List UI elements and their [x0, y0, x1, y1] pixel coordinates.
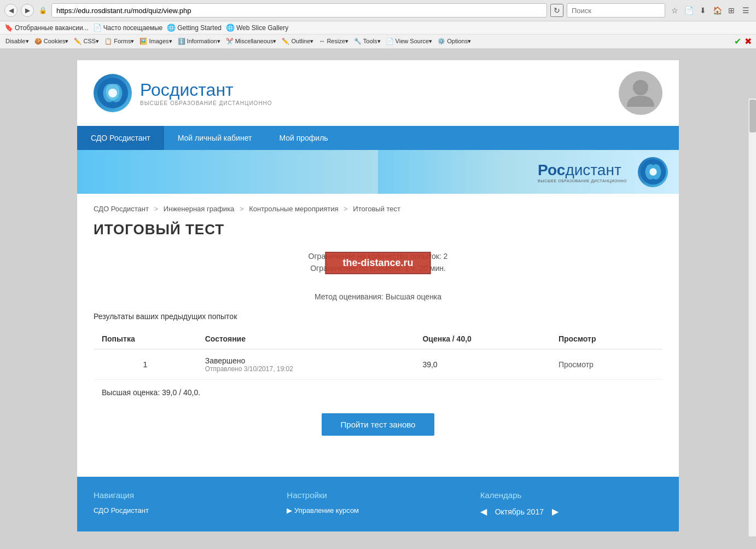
col-grade: Оценка / 40,0 [414, 329, 550, 349]
logo-icon [94, 74, 132, 112]
page-wrapper: Росдистант ВЫСШЕЕ ОБРАЗОВАНИЕ ДИСТАНЦИОН… [0, 49, 756, 542]
bookmark-icon-3: 🌐 [167, 24, 176, 32]
devtool-forms[interactable]: 📋 Forms▾ [103, 37, 135, 45]
logo-text: Росдистант ВЫСШЕЕ ОБРАЗОВАНИЕ ДИСТАНЦИОН… [140, 80, 272, 106]
col-attempt: Попытка [94, 329, 197, 349]
site-content: СДО Росдистант > Инженерная графика > Ко… [77, 194, 679, 460]
calendar-next-button[interactable]: ▶ [552, 506, 559, 517]
page-container: Росдистант ВЫСШЕЕ ОБРАЗОВАНИЕ ДИСТАНЦИОН… [77, 60, 679, 531]
forward-button[interactable]: ▶ [21, 4, 34, 17]
star-icon[interactable]: ☆ [668, 4, 681, 16]
footer-nav-heading: Навигация [94, 490, 276, 500]
nav-item-profile[interactable]: Мой профиль [265, 126, 341, 150]
banner-logo-text: Росдистант [538, 161, 621, 179]
logo-area: Росдистант ВЫСШЕЕ ОБРАЗОВАНИЕ ДИСТАНЦИОН… [94, 74, 272, 112]
footer-nav-col: Навигация СДО Росдистант [94, 490, 276, 518]
calendar-nav: ◀ Октябрь 2017 ▶ [480, 506, 662, 517]
logo-bold: Рос [140, 80, 170, 100]
calendar-prev-button[interactable]: ◀ [480, 506, 487, 517]
devtool-outline[interactable]: ✏️ Outline▾ [281, 37, 315, 45]
breadcrumb-sdo[interactable]: СДО Росдистант [94, 205, 149, 213]
devtool-resize[interactable]: ↔️ Resize▾ [318, 37, 350, 45]
devtool-x-icon: ✖ [745, 36, 752, 47]
attempt-number: 1 [94, 349, 197, 380]
footer-settings-col: Настройки ▶ Управление курсом [287, 490, 469, 518]
retake-button[interactable]: Пройти тест заново [322, 413, 435, 436]
bookmark-web-slice[interactable]: 🌐 Web Slice Gallery [226, 24, 288, 32]
grading-method: Метод оценивания: Высшая оценка [94, 292, 662, 301]
site-banner: Росдистант ВЫСШЕЕ ОБРАЗОВАНИЕ ДИСТАНЦИОН… [77, 150, 679, 194]
home-icon[interactable]: 🏠 [711, 4, 723, 16]
table-row: 1 Завершено Отправлено 3/10/2017, 19:02 … [94, 349, 662, 380]
logo-subtitle: ВЫСШЕЕ ОБРАЗОВАНИЕ ДИСТАНЦИОННО [140, 100, 272, 106]
col-state: Состояние [197, 329, 415, 349]
retake-button-wrapper: Пройти тест заново [94, 413, 662, 436]
svg-point-4 [649, 168, 656, 175]
apps-icon[interactable]: ⊞ [725, 4, 737, 16]
attempt-state: Завершено Отправлено 3/10/2017, 19:02 [197, 349, 415, 380]
breadcrumb-current: Итоговый тест [353, 205, 400, 213]
devtool-disable[interactable]: Disable▾ [4, 37, 30, 45]
breadcrumb-course[interactable]: Инженерная графика [164, 205, 235, 213]
url-bar[interactable] [51, 3, 547, 18]
devtool-css[interactable]: ✏️ CSS▾ [73, 37, 100, 45]
footer-calendar-heading: Календарь [480, 490, 662, 500]
refresh-button[interactable]: ↻ [550, 4, 563, 17]
devtool-images[interactable]: 🖼️ Images▾ [138, 37, 173, 45]
breadcrumb: СДО Росдистант > Инженерная графика > Ко… [94, 205, 662, 213]
calendar-month-label: Октябрь 2017 [495, 507, 544, 516]
breadcrumb-sep-2: > [240, 205, 246, 213]
lock-icon: 🔒 [37, 5, 48, 16]
breadcrumb-sep-1: > [154, 205, 160, 213]
banner-logo-sub: ВЫСШЕЕ ОБРАЗОВАНИЕ ДИСТАНЦИОННО [538, 179, 627, 183]
bookmark-frequent[interactable]: 📄 Часто посещаемые [93, 24, 163, 32]
bookmark-icon-1: 🔖 [4, 24, 13, 32]
reader-icon[interactable]: 📄 [683, 4, 695, 16]
bookmarks-bar: 🔖 Отобранные вакансии... 📄 Часто посещае… [0, 21, 756, 34]
logo-normal: дистант [170, 80, 234, 100]
footer-nav-sdo[interactable]: СДО Росдистант [94, 506, 276, 515]
state-sub: Отправлено 3/10/2017, 19:02 [205, 365, 406, 373]
devtools-bar: Disable▾ 🍪 Cookies▾ ✏️ CSS▾ 📋 Forms▾ 🖼️ … [0, 34, 756, 49]
devtool-miscellaneous[interactable]: ✂️ Miscellaneous▾ [225, 37, 278, 45]
bookmark-getting-started[interactable]: 🌐 Getting Started [167, 24, 222, 32]
bookmark-icon-4: 🌐 [226, 24, 235, 32]
site-nav: СДО Росдистант Мой личный кабинет Мой пр… [77, 126, 679, 150]
page-title: ИТОГОВЫЙ ТЕСТ [94, 221, 662, 238]
quiz-info-box: Ограничение на количество попыток: 2 the… [94, 252, 662, 301]
scrollbar-thumb[interactable] [749, 100, 756, 132]
nav-item-sdo[interactable]: СДО Росдистант [77, 126, 164, 150]
scrollbar-track [748, 99, 756, 536]
back-button[interactable]: ◀ [4, 4, 18, 17]
results-title: Результаты ваших предыдущих попыток [94, 312, 662, 321]
review-link[interactable]: Просмотр [559, 360, 594, 369]
breadcrumb-sep-3: > [344, 205, 350, 213]
menu-icon[interactable]: ☰ [740, 4, 752, 16]
bookmark-vacancies[interactable]: 🔖 Отобранные вакансии... [4, 24, 89, 32]
footer-settings-course[interactable]: ▶ Управление курсом [287, 506, 469, 515]
watermark-overlay: the-distance.ru [325, 252, 431, 274]
search-input[interactable] [567, 3, 665, 18]
download-icon[interactable]: ⬇ [697, 4, 709, 16]
devtool-check-icon: ✔ [734, 36, 741, 47]
results-table: Попытка Состояние Оценка / 40,0 Просмотр… [94, 329, 662, 380]
footer-calendar-col: Календарь ◀ Октябрь 2017 ▶ [480, 490, 662, 518]
attempt-grade: 39,0 [414, 349, 550, 380]
site-footer: Навигация СДО Росдистант Настройки ▶ Упр… [77, 477, 679, 531]
banner-logo: Росдистант ВЫСШЕЕ ОБРАЗОВАНИЕ ДИСТАНЦИОН… [538, 157, 668, 187]
devtool-viewsource[interactable]: 📄 View Source▾ [385, 37, 434, 45]
devtool-options[interactable]: ⚙️ Options▾ [437, 37, 472, 45]
attempt-review: Просмотр [550, 349, 662, 380]
nav-item-cabinet[interactable]: Мой личный кабинет [164, 126, 266, 150]
bookmark-icon-2: 📄 [93, 24, 102, 32]
svg-point-1 [108, 89, 117, 97]
breadcrumb-activities[interactable]: Контрольные мероприятия [249, 205, 338, 213]
results-section: Результаты ваших предыдущих попыток Попы… [94, 312, 662, 400]
devtool-tools[interactable]: 🔧 Tools▾ [353, 37, 382, 45]
browser-titlebar: ◀ ▶ 🔒 ↻ ☆ 📄 ⬇ 🏠 ⊞ ☰ [0, 0, 756, 21]
watermark-text: the-distance.ru [325, 252, 431, 274]
browser-chrome: ◀ ▶ 🔒 ↻ ☆ 📄 ⬇ 🏠 ⊞ ☰ 🔖 Отобранные ваканси… [0, 0, 756, 49]
devtool-information[interactable]: ℹ️ Information▾ [177, 37, 222, 45]
state-text: Завершено [205, 356, 406, 365]
devtool-cookies[interactable]: 🍪 Cookies▾ [33, 37, 70, 45]
